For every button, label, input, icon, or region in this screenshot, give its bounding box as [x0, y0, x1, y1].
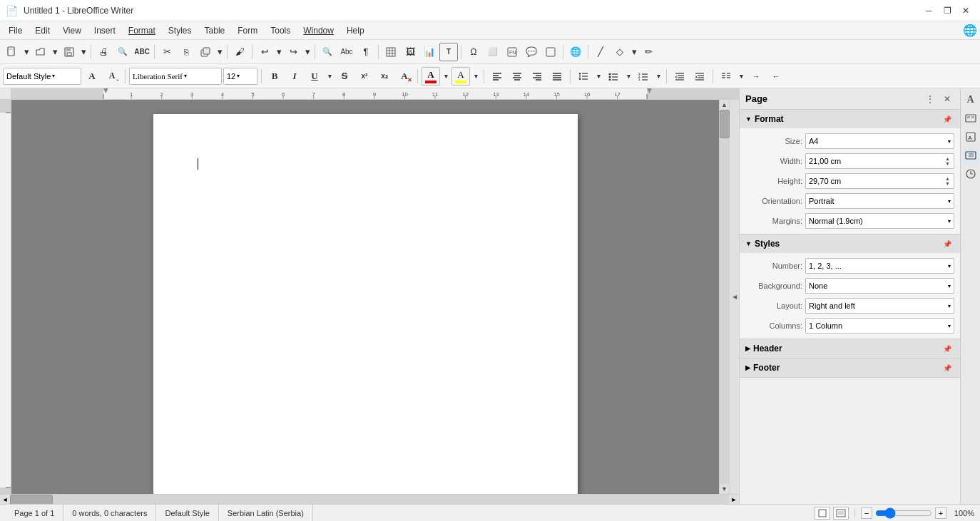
superscript-button[interactable]: x²: [355, 67, 374, 86]
print-button[interactable]: 🖨: [94, 43, 113, 61]
align-left-button[interactable]: [488, 67, 506, 86]
footer-section-pin[interactable]: 📌: [940, 361, 954, 375]
bold-button[interactable]: B: [265, 67, 284, 86]
spelling-button[interactable]: Abc: [337, 43, 356, 61]
frame-button[interactable]: ⬜: [484, 43, 502, 61]
font-color-button[interactable]: A: [422, 67, 440, 86]
format-section-pin[interactable]: 📌: [940, 112, 954, 126]
sidebar-gallery-icon[interactable]: [962, 110, 979, 127]
numbered-list-dropdown[interactable]: ▾: [654, 67, 663, 86]
strikethrough-button[interactable]: S: [335, 67, 354, 86]
scroll-thumb[interactable]: [720, 110, 730, 138]
header-section-header[interactable]: ▶ Header 📌: [740, 339, 960, 358]
insert-textbox-button[interactable]: T: [439, 43, 458, 61]
width-spin-arrows[interactable]: ▲ ▼: [944, 156, 951, 166]
size-control[interactable]: A4 ▾: [805, 133, 954, 149]
save-button[interactable]: [60, 43, 78, 61]
restore-button[interactable]: ❐: [939, 2, 956, 19]
number-control[interactable]: 1, 2, 3, ... ▾: [805, 258, 954, 274]
width-spin-up[interactable]: ▲: [944, 156, 951, 161]
subscript-button[interactable]: x₂: [375, 67, 394, 86]
underline-button[interactable]: U: [305, 67, 324, 86]
menu-view[interactable]: View: [57, 24, 87, 37]
indent-button[interactable]: [690, 67, 709, 86]
numbered-list-button[interactable]: 1.2.3.: [634, 67, 653, 86]
underline-dropdown[interactable]: ▾: [325, 67, 334, 86]
sidebar-properties-icon[interactable]: [962, 147, 979, 164]
height-spin-down[interactable]: ▼: [944, 181, 951, 186]
scroll-right-arrow[interactable]: ►: [729, 495, 739, 505]
width-spin-down[interactable]: ▼: [944, 161, 951, 166]
new-style-button[interactable]: A: [83, 67, 101, 86]
align-center-button[interactable]: [508, 67, 526, 86]
scroll-up-arrow[interactable]: ▲: [720, 100, 730, 110]
hyperlink-button[interactable]: 🌐: [566, 43, 585, 61]
font-name-dropdown[interactable]: Liberation Serif ▾: [129, 68, 222, 85]
sidebar-styles2-icon[interactable]: [962, 165, 979, 182]
redo-button[interactable]: ↪: [284, 43, 302, 61]
more-fields-button[interactable]: [541, 43, 560, 61]
clone-format-button[interactable]: 🖌: [230, 43, 249, 61]
layout-control[interactable]: Right and left ▾: [805, 298, 954, 314]
format-section-header[interactable]: ▼ Format 📌: [740, 110, 960, 128]
h-scroll-thumb[interactable]: [10, 495, 53, 505]
line-button[interactable]: ╱: [591, 43, 610, 61]
columns-button[interactable]: [717, 67, 735, 86]
panel-more-button[interactable]: ⋮: [923, 92, 937, 106]
scroll-down-arrow[interactable]: ▼: [720, 484, 730, 494]
menu-file[interactable]: File: [3, 24, 28, 37]
ltr-button[interactable]: →: [747, 67, 765, 86]
open-button[interactable]: [31, 43, 50, 61]
find-button[interactable]: 🔍: [318, 43, 337, 61]
align-right-button[interactable]: [528, 67, 546, 86]
close-button[interactable]: ✕: [957, 2, 974, 19]
shapes-dropdown[interactable]: ▾: [630, 43, 638, 61]
font-size-dropdown[interactable]: 12 ▾: [223, 68, 257, 85]
special-char-button[interactable]: Ω: [464, 43, 483, 61]
clear-format-button[interactable]: A ✕: [395, 67, 414, 86]
preview-button[interactable]: 🔍: [113, 43, 132, 61]
styles-section-header[interactable]: ▼ Styles 📌: [740, 234, 960, 253]
menu-window[interactable]: Window: [297, 24, 340, 37]
height-spin-arrows[interactable]: ▲ ▼: [944, 176, 951, 186]
menu-help[interactable]: Help: [341, 24, 370, 37]
horizontal-scrollbar[interactable]: ◄ ►: [0, 494, 739, 504]
background-control[interactable]: None ▾: [805, 278, 954, 294]
zoom-minus-btn[interactable]: −: [861, 507, 872, 519]
columns-control[interactable]: 1 Column ▾: [805, 318, 954, 334]
styles-section-pin[interactable]: 📌: [940, 237, 954, 251]
view-web-btn[interactable]: [833, 507, 849, 520]
highlight-dropdown[interactable]: ▾: [471, 67, 480, 86]
format-marks-button[interactable]: ¶: [357, 43, 375, 61]
width-spinbox[interactable]: 21,00 cm ▲ ▼: [805, 153, 954, 169]
minimize-button[interactable]: ─: [920, 2, 937, 19]
document-page[interactable]: [153, 114, 578, 494]
outdent-button[interactable]: [670, 67, 689, 86]
page-container[interactable]: [11, 100, 719, 494]
highlight-button[interactable]: A: [451, 67, 470, 86]
paste-dropdown[interactable]: ▾: [215, 43, 224, 61]
annotation-button[interactable]: 💬: [522, 43, 541, 61]
copy-button[interactable]: ⎘: [177, 43, 195, 61]
columns-dropdown[interactable]: ▾: [737, 67, 745, 86]
footnote-button[interactable]: FN: [503, 43, 521, 61]
height-spin-up[interactable]: ▲: [944, 176, 951, 181]
undo-dropdown[interactable]: ▾: [275, 43, 283, 61]
scroll-left-arrow[interactable]: ◄: [0, 495, 10, 505]
insert-table-button[interactable]: [382, 43, 400, 61]
align-justify-button[interactable]: [548, 67, 566, 86]
panel-collapse-button[interactable]: ◀: [729, 100, 739, 494]
save-dropdown[interactable]: ▾: [79, 43, 88, 61]
menu-form[interactable]: Form: [232, 24, 263, 37]
h-scroll-track[interactable]: [10, 495, 729, 505]
menu-format[interactable]: Format: [123, 24, 161, 37]
italic-button[interactable]: I: [285, 67, 304, 86]
cut-button[interactable]: ✂: [158, 43, 176, 61]
new-button[interactable]: [3, 43, 21, 61]
footer-section-header[interactable]: ▶ Footer 📌: [740, 358, 960, 377]
sidebar-styles-icon[interactable]: A: [962, 91, 979, 108]
vertical-scrollbar[interactable]: ▲ ▼: [719, 100, 729, 494]
insert-chart-button[interactable]: 📊: [420, 43, 439, 61]
font-color-dropdown[interactable]: ▾: [441, 67, 450, 86]
zoom-plus-btn[interactable]: +: [935, 507, 946, 519]
